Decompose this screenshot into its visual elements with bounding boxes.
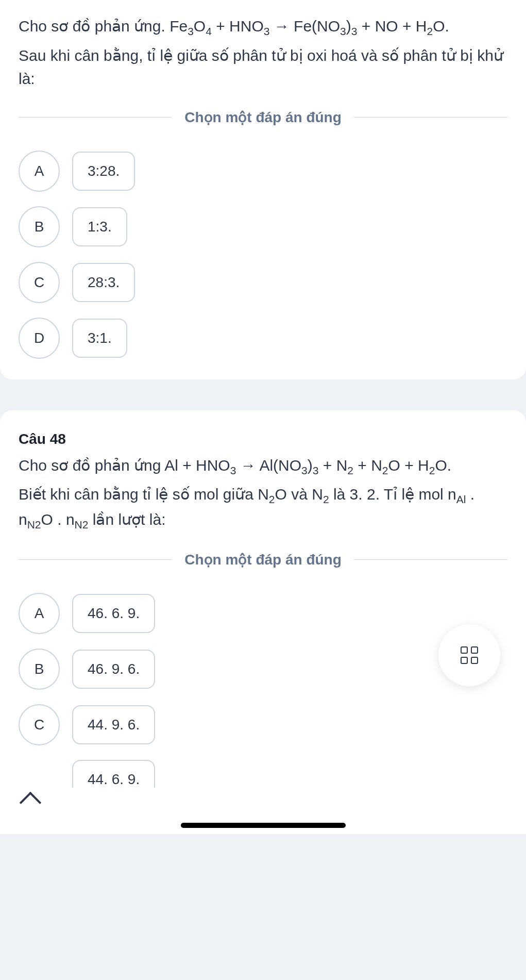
text-fragment: Cho sơ đồ phản ứng. Fe [19,18,188,35]
divider-line [19,117,172,118]
option-a[interactable]: A 46. 6. 9. [19,593,507,634]
sub-3: 3 [188,25,194,37]
text-fragment: O. [435,457,451,474]
instruction-divider: Chọn một đáp án đúng [19,551,507,568]
q48-text-2: Biết khi cân bằng tỉ lệ số mol giữa N2O … [19,483,507,533]
sub-3: 3 [301,464,308,476]
sub-n2: N2 [27,519,41,530]
option-value: 3:1. [72,319,127,358]
q47-text-2: Sau khi cân bằng, tỉ lệ giữa số phân tử … [19,44,507,90]
text-fragment: ) [346,18,351,35]
text-fragment: + NO + H [357,18,427,35]
text-fragment: O + H [388,457,429,474]
text-fragment: + HNO [212,18,264,35]
option-letter: A [19,151,60,192]
option-value: 28:3. [72,263,135,302]
option-letter: B [19,649,60,690]
option-value: 1:3. [72,207,127,246]
option-value: 44. 9. 6. [72,705,155,744]
instruction-text: Chọn một đáp án đúng [172,109,354,126]
text-fragment: + N [353,457,382,474]
q47-text: Cho sơ đồ phản ứng. Fe3O4 + HNO3 → Fe(NO… [19,14,507,40]
option-b[interactable]: B 1:3. [19,206,507,247]
text-fragment: Cho sơ đồ phản ứng Al + HNO [19,457,230,474]
sub-al: Al [456,493,466,505]
chevron-up-icon[interactable] [20,792,41,813]
question-48-card: Câu 48 Cho sơ đồ phản ứng Al + HNO3 → Al… [0,410,526,788]
option-letter: C [19,704,60,745]
option-letter: A [19,593,60,634]
divider-line [354,559,507,560]
text-fragment: Biết khi cân bằng tỉ lệ số mol giữa N [19,486,269,503]
option-value: 3:28. [72,152,135,191]
option-letter: D [19,318,60,359]
option-b[interactable]: B 46. 9. 6. [19,649,507,690]
option-c[interactable]: C 44. 9. 6. [19,704,507,745]
text-fragment: → Fe(NO [269,18,340,35]
sub-3: 3 [313,464,319,476]
sub-3: 3 [230,464,236,476]
sub-2: 2 [269,493,275,505]
sub-2: 2 [427,25,433,37]
sub-2: 2 [429,464,435,476]
sub-3: 3 [264,25,270,37]
sub-2: 2 [382,464,388,476]
option-d-cutoff[interactable]: 44. 6. 9. [72,760,507,788]
text-fragment: lần lượt là: [88,511,165,528]
question-47-card: Cho sơ đồ phản ứng. Fe3O4 + HNO3 → Fe(NO… [0,0,526,379]
q48-options: A 46. 6. 9. B 46. 9. 6. C 44. 9. 6. [19,593,507,745]
text-fragment: là 3. 2. Tỉ lệ mol n [329,486,456,503]
bottom-bar [0,788,526,834]
text-fragment: O . n [41,511,75,528]
q48-title: Câu 48 [19,431,507,447]
option-d[interactable]: D 3:1. [19,318,507,359]
text-fragment: O. [433,18,449,35]
option-letter: C [19,262,60,303]
divider-line [354,117,507,118]
instruction-divider: Chọn một đáp án đúng [19,109,507,126]
sub-3: 3 [351,25,358,37]
sub-4: 4 [206,25,212,37]
text-fragment: ) [308,457,313,474]
text-fragment: → Al(NO [236,457,301,474]
sub-2: 2 [347,464,353,476]
instruction-text: Chọn một đáp án đúng [172,551,354,568]
home-indicator[interactable] [181,823,346,828]
option-a[interactable]: A 3:28. [19,151,507,192]
text-fragment: O [194,18,206,35]
text-fragment: + N [318,457,347,474]
grid-menu-button[interactable] [438,624,500,686]
option-value: 46. 9. 6. [72,650,155,689]
option-c[interactable]: C 28:3. [19,262,507,303]
sub-n2: N2 [75,519,89,530]
option-value: 46. 6. 9. [72,594,155,633]
text-fragment: O và N [275,486,323,503]
option-value: 44. 6. 9. [72,760,155,788]
grid-icon [461,646,478,664]
sub-3: 3 [340,25,346,37]
option-letter: B [19,206,60,247]
q48-text-1: Cho sơ đồ phản ứng Al + HNO3 → Al(NO3)3 … [19,454,507,479]
q47-options: A 3:28. B 1:3. C 28:3. D 3:1. [19,151,507,359]
divider-line [19,559,172,560]
sub-2: 2 [323,493,329,505]
